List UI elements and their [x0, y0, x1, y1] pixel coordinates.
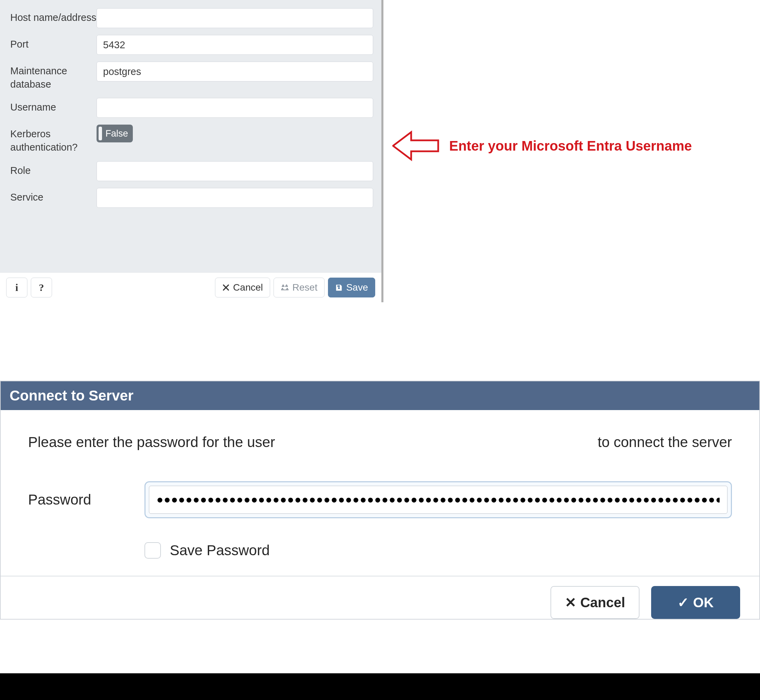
- dialog-msg-right: to connect the server: [598, 434, 732, 450]
- help-button[interactable]: ?: [31, 278, 52, 297]
- username-input[interactable]: [97, 98, 373, 118]
- service-label: Service: [10, 188, 97, 204]
- username-label: Username: [10, 98, 97, 114]
- reset-label: Reset: [292, 282, 317, 293]
- row-save-password: Save Password: [144, 542, 732, 559]
- dialog-msg-left: Please enter the password for the user: [28, 434, 275, 450]
- dialog-title: Connect to Server: [1, 381, 759, 410]
- dialog-ok-button[interactable]: ✓ OK: [651, 586, 740, 619]
- row-host: Host name/address: [0, 5, 382, 31]
- info-button[interactable]: i: [6, 278, 27, 297]
- password-label: Password: [28, 492, 144, 508]
- save-password-label: Save Password: [170, 542, 270, 559]
- reset-button[interactable]: Reset: [274, 278, 325, 297]
- crop-bar: [0, 673, 760, 700]
- arrow-left-icon: [393, 129, 440, 163]
- row-role: Role: [0, 158, 382, 184]
- port-label: Port: [10, 35, 97, 51]
- toggle-handle-icon: [99, 127, 102, 141]
- row-port: Port: [0, 31, 382, 58]
- row-username: Username: [0, 94, 382, 121]
- save-password-checkbox[interactable]: [144, 542, 161, 559]
- dialog-footer: ✕ Cancel ✓ OK: [1, 576, 759, 619]
- host-input[interactable]: [97, 8, 373, 28]
- row-maintdb: Maintenance database: [0, 58, 382, 94]
- close-icon: [222, 284, 230, 291]
- host-label: Host name/address: [10, 8, 97, 24]
- row-kerberos: Kerberos authentication? False: [0, 121, 382, 158]
- annotation-username: Enter your Microsoft Entra Username: [393, 129, 692, 163]
- port-input[interactable]: [97, 35, 373, 55]
- password-input[interactable]: [149, 486, 727, 514]
- dialog-cancel-button[interactable]: ✕ Cancel: [550, 586, 640, 619]
- service-input[interactable]: [97, 188, 373, 208]
- save-button[interactable]: Save: [328, 278, 375, 297]
- connect-to-server-dialog: Connect to Server Please enter the passw…: [0, 381, 760, 620]
- config-footer: i ? Cancel Reset Save: [0, 273, 382, 302]
- dialog-message: Please enter the password for the user t…: [28, 434, 732, 450]
- annotation-text: Enter your Microsoft Entra Username: [449, 138, 692, 154]
- save-icon: [335, 284, 343, 291]
- kerberos-label: Kerberos authentication?: [10, 125, 97, 154]
- connection-config-panel: Host name/address Port Maintenance datab…: [0, 0, 383, 302]
- cancel-button[interactable]: Cancel: [215, 278, 270, 297]
- row-service: Service: [0, 184, 382, 211]
- kerberos-value: False: [105, 128, 128, 139]
- kerberos-toggle[interactable]: False: [97, 125, 133, 142]
- role-label: Role: [10, 161, 97, 177]
- role-input[interactable]: [97, 161, 373, 181]
- recycle-icon: [281, 283, 289, 292]
- maintdb-label: Maintenance database: [10, 62, 97, 91]
- row-password: Password: [28, 481, 732, 518]
- maintdb-input[interactable]: [97, 62, 373, 81]
- save-label: Save: [346, 282, 368, 293]
- cancel-label: Cancel: [233, 282, 263, 293]
